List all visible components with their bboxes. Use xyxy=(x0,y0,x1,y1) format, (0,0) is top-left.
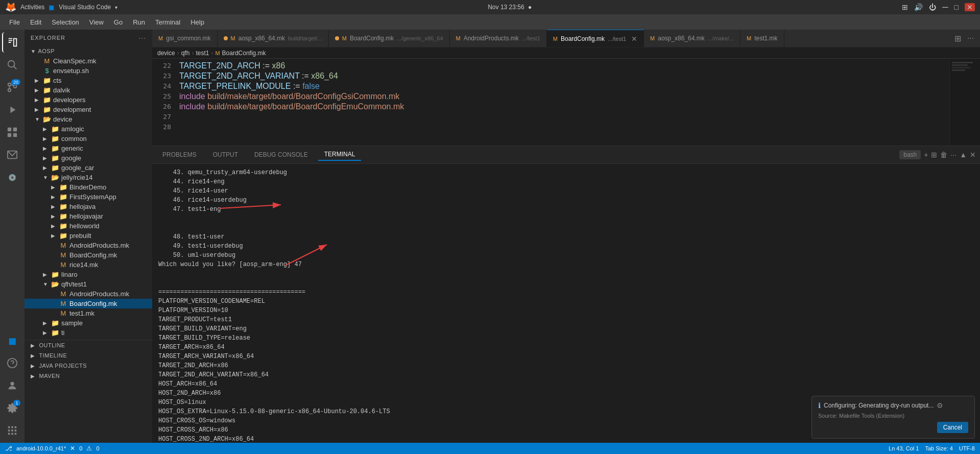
tree-item-google-car[interactable]: ▶ 📁 google_car xyxy=(25,163,152,173)
activity-git[interactable]: 20 xyxy=(2,77,22,98)
tree-item-envsetup[interactable]: $ envsetup.sh xyxy=(25,66,152,76)
tree-item-helloworld[interactable]: ▶ 📁 helloworld xyxy=(25,221,152,231)
more-panel-icon[interactable]: ··· xyxy=(950,151,957,159)
activity-vscode-blue[interactable]: ◼ xyxy=(2,330,22,351)
tab-boardconfig-test1[interactable]: M BoardConfig.mk .../test1 ✕ xyxy=(547,30,644,47)
tree-item-test1mk[interactable]: M test1.mk xyxy=(25,308,152,318)
tree-item-development[interactable]: ▶ 📁 development xyxy=(25,105,152,114)
section-timeline[interactable]: ▶ TIMELINE xyxy=(25,350,152,361)
screen-icon[interactable]: ⊞ xyxy=(902,3,908,11)
tree-item-androidproducts-qfh[interactable]: M AndroidProducts.mk xyxy=(25,289,152,299)
tab-size[interactable]: Tab Size: 4 xyxy=(925,445,952,451)
menu-view[interactable]: View xyxy=(85,17,108,27)
maximize-panel-icon[interactable]: ▲ xyxy=(960,151,967,159)
activity-explorer[interactable] xyxy=(2,32,22,53)
activity-question[interactable] xyxy=(2,353,22,373)
menu-edit[interactable]: Edit xyxy=(26,17,45,27)
tree-item-generic[interactable]: ▶ 📁 generic xyxy=(25,144,152,153)
tree-item-cts[interactable]: ▶ 📁 cts xyxy=(25,76,152,85)
tab-test1mk[interactable]: M test1.mk xyxy=(740,30,784,47)
term-line-13: PLATFORM_VERSION_CODENAME=REL xyxy=(158,297,974,306)
menu-file[interactable]: File xyxy=(5,17,24,27)
minimize-btn[interactable]: ─ xyxy=(942,3,948,12)
section-outline[interactable]: ▶ OUTLINE xyxy=(25,340,152,350)
warnings-count[interactable]: 0 xyxy=(96,445,99,451)
menu-run[interactable]: Run xyxy=(129,17,149,27)
power-icon[interactable]: ⏻ xyxy=(929,3,936,11)
cursor-position[interactable]: Ln 43, Col 1 xyxy=(889,445,919,451)
tree-item-developers[interactable]: ▶ 📁 developers xyxy=(25,95,152,105)
activity-settings[interactable]: 1 xyxy=(2,398,22,418)
tree-item-common[interactable]: ▶ 📁 common xyxy=(25,134,152,144)
close-panel-icon[interactable]: ✕ xyxy=(970,151,976,159)
tree-item-qfh[interactable]: ▼ 📂 qfh/test1 xyxy=(25,279,152,289)
new-terminal-icon[interactable]: + xyxy=(924,151,928,159)
tree-item-jelly[interactable]: ▼ 📂 jelly/rcie14 xyxy=(25,173,152,182)
dir-label17: prebuilt xyxy=(69,232,152,240)
tree-item-ti[interactable]: ▶ 📁 ti xyxy=(25,328,152,338)
activity-extensions[interactable] xyxy=(2,122,22,142)
firefox-icon[interactable]: 🦊 xyxy=(5,2,16,13)
tree-item-firstsystemapp[interactable]: ▶ 📁 FirstSystemApp xyxy=(25,192,152,202)
tree-item-androidproducts-jelly[interactable]: M AndroidProducts.mk xyxy=(25,241,152,250)
code-content[interactable]: TARGET_2ND_ARCH := x86 TARGET_2ND_ARCH_V… xyxy=(175,59,949,146)
cancel-notification-button[interactable]: Cancel xyxy=(937,422,968,433)
tree-item-linaro[interactable]: ▶ 📁 linaro xyxy=(25,270,152,279)
tree-item-hellojavajar[interactable]: ▶ 📁 hellojavajar xyxy=(25,211,152,221)
tab-gsi-common[interactable]: M gsi_common.mk xyxy=(152,30,218,47)
tree-item-sample[interactable]: ▶ 📁 sample xyxy=(25,318,152,328)
close-btn[interactable]: ✕ xyxy=(965,3,975,11)
tree-item-amlogic[interactable]: ▶ 📁 amlogic xyxy=(25,124,152,134)
tree-item-google[interactable]: ▶ 📁 google xyxy=(25,153,152,163)
breadcrumb-test1[interactable]: test1 xyxy=(196,50,209,57)
tab-close-icon[interactable]: ✕ xyxy=(631,35,637,43)
tree-item-hellojava[interactable]: ▶ 📁 hellojava xyxy=(25,202,152,211)
tab-aosp-x86-64[interactable]: M aosp_x86_64.mk build/target/... xyxy=(218,30,329,47)
tree-item-boardconfig-jelly[interactable]: M BoardConfig.mk xyxy=(25,250,152,260)
activity-dvd[interactable]: 💿 xyxy=(2,167,22,187)
errors-count[interactable]: 0 xyxy=(79,445,82,451)
activity-search[interactable] xyxy=(2,55,22,75)
encoding[interactable]: UTF-8 xyxy=(959,445,975,451)
folder-icon10: 📁 xyxy=(59,183,67,191)
git-branch-name[interactable]: android-10.0.0_r41* xyxy=(16,445,66,451)
panel-tab-terminal[interactable]: TERMINAL xyxy=(318,149,362,161)
activity-apps[interactable] xyxy=(2,420,22,441)
menu-selection[interactable]: Selection xyxy=(47,17,83,27)
tree-item-prebuilt[interactable]: ▶ 📁 prebuilt xyxy=(25,231,152,241)
tree-item-binderdemo[interactable]: ▶ 📁 BinderDemo xyxy=(25,182,152,192)
section-maven[interactable]: ▶ MAVEN xyxy=(25,371,152,381)
warnings-icon: ⚠ xyxy=(86,445,92,452)
menu-terminal[interactable]: Terminal xyxy=(151,17,184,27)
tree-item-cleanspec[interactable]: M CleanSpec.mk xyxy=(25,56,152,66)
speaker-icon[interactable]: 🔊 xyxy=(914,3,923,11)
tree-item-rice14[interactable]: M rice14.mk xyxy=(25,260,152,270)
tree-item-boardconfig-qfh[interactable]: M BoardConfig.mk xyxy=(25,299,152,308)
activity-account[interactable] xyxy=(2,375,22,396)
activity-email[interactable] xyxy=(2,145,22,165)
split-terminal-icon[interactable]: ⊞ xyxy=(931,151,937,159)
tree-item-dalvik[interactable]: ▶ 📁 dalvik xyxy=(25,85,152,95)
panel-tab-problems[interactable]: PROBLEMS xyxy=(156,149,203,160)
notification-settings-icon[interactable]: ⚙ xyxy=(937,401,943,410)
tab-boardconfig-generic[interactable]: M BoardConfig.mk .../generic_x86_64 xyxy=(329,30,450,47)
activities-label[interactable]: Activities xyxy=(20,4,44,11)
maximize-btn[interactable]: □ xyxy=(954,3,959,11)
tab-aosp-x86-64-make[interactable]: M aosp_x86_64.mk .../make/... xyxy=(644,30,740,47)
menu-help[interactable]: Help xyxy=(186,17,208,27)
section-java-projects[interactable]: ▶ JAVA PROJECTS xyxy=(25,361,152,371)
tab-androidproducts[interactable]: M AndroidProducts.mk .../test1 xyxy=(450,30,547,47)
breadcrumb-file[interactable]: BoardConfig.mk xyxy=(222,50,266,57)
panel-tab-debug[interactable]: DEBUG CONSOLE xyxy=(248,149,314,160)
menu-go[interactable]: Go xyxy=(110,17,127,27)
panel-tab-output[interactable]: OUTPUT xyxy=(207,149,244,160)
breadcrumb-qfh[interactable]: qfh xyxy=(181,50,190,57)
tree-item-device[interactable]: ▼ 📂 device xyxy=(25,114,152,124)
split-editor-icon[interactable]: ⊞ xyxy=(952,33,963,44)
sidebar-more-icon[interactable]: ··· xyxy=(138,34,146,42)
more-tabs-icon[interactable]: ··· xyxy=(965,33,976,44)
trash-icon[interactable]: 🗑 xyxy=(940,151,947,159)
activity-run[interactable] xyxy=(2,100,22,120)
breadcrumb-device[interactable]: device xyxy=(157,50,175,57)
tree-section-aosp[interactable]: ▼ AOSP xyxy=(25,46,152,56)
